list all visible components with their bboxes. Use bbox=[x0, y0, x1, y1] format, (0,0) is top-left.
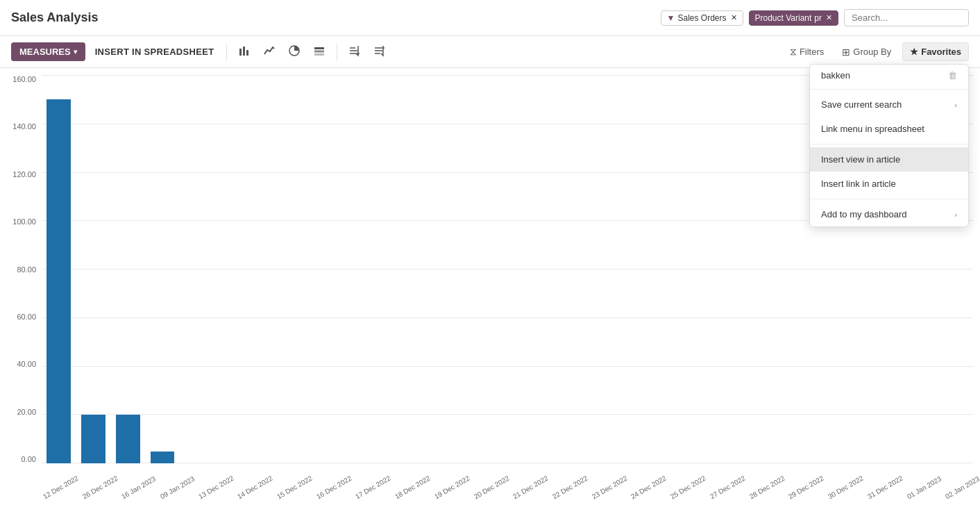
save-current-search-item[interactable]: Save current search › bbox=[810, 92, 968, 117]
save-current-search-chevron-icon: › bbox=[954, 101, 957, 109]
x-axis-label: 22 Dec 2022 bbox=[551, 474, 589, 501]
y-axis-label: 160.00 bbox=[12, 75, 36, 83]
x-axis-label: 15 Dec 2022 bbox=[276, 474, 314, 501]
measures-button[interactable]: MEASURES ▾ bbox=[11, 42, 85, 61]
filter-chip-product-variant[interactable]: Product Variant pr ✕ bbox=[749, 10, 839, 26]
line-chart-button[interactable] bbox=[259, 42, 280, 63]
save-current-search-label: Save current search bbox=[821, 99, 902, 110]
y-axis-label: 20.00 bbox=[17, 408, 36, 416]
y-axis-label: 0.00 bbox=[22, 455, 36, 463]
dropdown-divider-1 bbox=[810, 89, 968, 90]
delete-saved-search-icon[interactable]: 🗑 bbox=[948, 70, 957, 81]
insert-view-article-item[interactable]: Insert view in article bbox=[810, 147, 968, 172]
link-menu-spreadsheet-item[interactable]: Link menu in spreadsheet bbox=[810, 117, 968, 141]
filter-chip-close-sales-orders[interactable]: ✕ bbox=[731, 13, 737, 22]
x-axis: 12 Dec 202226 Dec 202216 Jan 202309 Jan … bbox=[42, 494, 973, 502]
favorites-dropdown: bakken 🗑 Save current search › Link menu… bbox=[809, 64, 969, 227]
dropdown-divider-3 bbox=[810, 199, 968, 199]
group-by-icon: ⊞ bbox=[842, 47, 850, 58]
x-axis-label: 25 Dec 2022 bbox=[669, 474, 707, 501]
svg-rect-1 bbox=[243, 47, 245, 56]
bar[interactable] bbox=[47, 99, 71, 463]
x-axis-label: 27 Dec 2022 bbox=[709, 474, 747, 501]
filter-icon: ▼ bbox=[667, 13, 675, 23]
sort-ascending-icon bbox=[348, 44, 361, 60]
filter-chip-label: Sales Orders bbox=[677, 13, 726, 23]
bar-slot bbox=[732, 75, 766, 463]
x-axis-label: 29 Dec 2022 bbox=[787, 474, 825, 501]
search-input[interactable] bbox=[844, 9, 969, 26]
bar-slot bbox=[283, 75, 318, 463]
x-axis-label: 01 Jan 2023 bbox=[906, 474, 943, 500]
measures-arrow-icon: ▾ bbox=[74, 48, 77, 56]
add-dashboard-chevron-icon: › bbox=[954, 210, 957, 219]
insert-link-article-label: Insert link in article bbox=[821, 179, 896, 189]
svg-rect-0 bbox=[239, 49, 242, 56]
group-by-button[interactable]: ⊞ Group By bbox=[835, 43, 898, 61]
favorites-container: ★ Favorites bakken 🗑 Save current search… bbox=[902, 42, 969, 61]
svg-rect-4 bbox=[314, 47, 324, 49]
bar-slot bbox=[421, 75, 456, 463]
saved-search-item[interactable]: bakken 🗑 bbox=[810, 65, 968, 86]
svg-rect-6 bbox=[314, 53, 324, 56]
x-axis-label: 19 Dec 2022 bbox=[433, 474, 471, 501]
x-axis-label: 12 Dec 2022 bbox=[42, 474, 80, 501]
filter-chip-sales-orders[interactable]: ▼ Sales Orders ✕ bbox=[661, 10, 743, 26]
bar-slot bbox=[110, 75, 145, 463]
toolbar-right: ⧖ Filters ⊞ Group By ★ Favorites bakken … bbox=[783, 42, 969, 61]
bar[interactable] bbox=[151, 452, 175, 463]
pie-chart-button[interactable] bbox=[284, 42, 305, 63]
bar-slot bbox=[559, 75, 594, 463]
line-chart-icon bbox=[263, 44, 276, 60]
y-axis-label: 120.00 bbox=[12, 170, 36, 179]
bar-slot bbox=[455, 75, 490, 463]
x-axis-label: 16 Jan 2023 bbox=[120, 474, 157, 500]
pie-chart-icon bbox=[288, 44, 301, 60]
x-axis-label: 31 Dec 2022 bbox=[866, 474, 904, 501]
stack-chart-icon bbox=[313, 44, 326, 60]
bar-slot bbox=[352, 75, 387, 463]
filter-funnel-icon: ⧖ bbox=[790, 46, 797, 58]
link-menu-spreadsheet-label: Link menu in spreadsheet bbox=[821, 124, 924, 134]
filter-chip-close-product-variant[interactable]: ✕ bbox=[826, 13, 832, 22]
bar-slot bbox=[490, 75, 525, 463]
bar-chart-button[interactable] bbox=[234, 42, 255, 63]
insert-spreadsheet-button[interactable]: INSERT IN SPREADSHEET bbox=[90, 42, 220, 61]
x-axis-label: 20 Dec 2022 bbox=[473, 474, 511, 501]
filters-button[interactable]: ⧖ Filters bbox=[783, 42, 831, 61]
x-axis-label: 30 Dec 2022 bbox=[827, 474, 865, 501]
bar-slot bbox=[180, 75, 214, 463]
dropdown-divider-2 bbox=[810, 144, 968, 144]
x-axis-label: 26 Dec 2022 bbox=[81, 474, 119, 501]
add-dashboard-item[interactable]: Add to my dashboard › bbox=[810, 202, 968, 226]
y-axis-label: 40.00 bbox=[17, 360, 36, 368]
sort-ascending-button[interactable] bbox=[344, 42, 365, 63]
favorites-button[interactable]: ★ Favorites bbox=[902, 42, 969, 61]
sort-descending-button[interactable] bbox=[369, 42, 390, 63]
y-axis-label: 60.00 bbox=[17, 313, 36, 321]
separator-1 bbox=[226, 44, 227, 60]
insert-label: INSERT IN SPREADSHEET bbox=[95, 47, 214, 57]
x-axis-label: 13 Dec 2022 bbox=[197, 474, 235, 501]
bar-slot bbox=[248, 75, 283, 463]
bar[interactable] bbox=[81, 415, 105, 463]
saved-search-label: bakken bbox=[821, 70, 850, 81]
bar-slot bbox=[593, 75, 628, 463]
x-axis-label: 21 Dec 2022 bbox=[512, 474, 550, 501]
page-title: Sales Analysis bbox=[11, 10, 98, 25]
bar-slot bbox=[318, 75, 353, 463]
y-axis-label: 140.00 bbox=[12, 122, 36, 131]
stack-chart-button[interactable] bbox=[309, 42, 330, 63]
bar-chart-icon bbox=[238, 44, 251, 60]
y-axis: 160.00140.00120.00100.0080.0060.0040.002… bbox=[0, 75, 40, 463]
separator-2 bbox=[337, 44, 337, 60]
measures-label: MEASURES bbox=[19, 47, 71, 57]
bar-slot bbox=[697, 75, 732, 463]
bar[interactable] bbox=[116, 415, 140, 463]
x-axis-label: 28 Dec 2022 bbox=[748, 474, 786, 501]
x-axis-label: 24 Dec 2022 bbox=[630, 474, 668, 501]
add-dashboard-label: Add to my dashboard bbox=[821, 209, 907, 220]
product-variant-value: pr bbox=[814, 13, 822, 23]
insert-link-article-item[interactable]: Insert link in article bbox=[810, 172, 968, 196]
bar-slot bbox=[42, 75, 76, 463]
